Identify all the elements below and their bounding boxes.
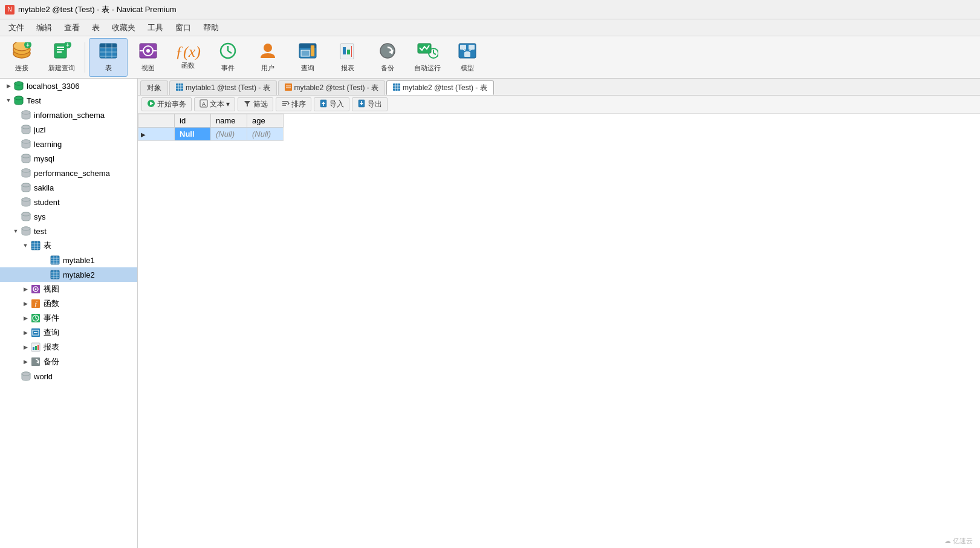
toolbar-btn-table[interactable]: 表 — [89, 38, 128, 77]
db-icon — [21, 124, 31, 135]
table-cell[interactable]: (Null) — [247, 128, 284, 141]
sidebar-label: 备份 — [44, 356, 59, 367]
menu-item-表[interactable]: 表 — [86, 20, 106, 36]
sidebar-item-information_schema[interactable]: information_schema — [0, 108, 137, 122]
sidebar-item-test-server[interactable]: ▼ Test — [0, 93, 137, 108]
sidebar-item-world[interactable]: world — [0, 369, 137, 383]
toolbar-btn-backup[interactable]: 备份 — [368, 38, 407, 77]
server-icon — [13, 95, 24, 106]
db-icon — [21, 168, 31, 178]
col-header-age[interactable]: age — [247, 114, 284, 128]
svg-point-61 — [22, 169, 30, 172]
toolbar-btn-function[interactable]: ƒ(x) 函数 — [169, 38, 207, 77]
arrow-icon — [41, 271, 48, 278]
text-icon: A — [200, 99, 208, 109]
svg-point-59 — [22, 154, 30, 158]
menu-item-帮助[interactable]: 帮助 — [197, 20, 225, 36]
sidebar-item-juzi[interactable]: juzi — [0, 122, 137, 137]
sidebar-item-mytable1[interactable]: mytable1 — [0, 253, 137, 267]
watermark: ☁ 亿速云 — [944, 537, 973, 546]
sidebar-label: 函数 — [44, 298, 59, 309]
svg-point-20 — [146, 49, 150, 53]
content-area: 开始事务A文本 ▾筛选排序导入导出 idnameage ▶Null(Null)(… — [138, 96, 980, 548]
col-header-name[interactable]: name — [211, 114, 247, 128]
menubar: 文件编辑查看表收藏夹工具窗口帮助 — [0, 19, 980, 36]
svg-point-69 — [22, 227, 30, 230]
sidebar-item-test-db[interactable]: ▼ test — [0, 224, 137, 238]
sidebar-item-backup-group[interactable]: ▶备份 — [0, 354, 137, 369]
sub-btn-export[interactable]: 导出 — [352, 97, 388, 111]
db-icon — [21, 153, 31, 164]
menu-item-窗口[interactable]: 窗口 — [169, 20, 197, 36]
db-icon — [21, 226, 31, 236]
sub-btn-sort[interactable]: 排序 — [276, 97, 311, 111]
titlebar: N mytable2 @test (Test) - 表 - Navicat Pr… — [0, 0, 980, 19]
sidebar-item-table-group[interactable]: ▼ 表 — [0, 238, 137, 253]
sidebar-item-sakila[interactable]: sakila — [0, 180, 137, 195]
svg-line-25 — [228, 51, 232, 53]
arrow-icon: ▼ — [22, 242, 29, 249]
sidebar-item-query-group[interactable]: ▶查询 — [0, 325, 137, 340]
arrow-icon: ▶ — [22, 300, 29, 307]
toolbar-btn-view[interactable]: 视图 — [129, 38, 167, 77]
db-icon — [21, 139, 31, 149]
toolbar-btn-event[interactable]: 事件 — [209, 38, 247, 77]
arrow-icon — [12, 126, 19, 133]
sub-btn-begin-transaction[interactable]: 开始事务 — [141, 97, 192, 111]
toolbar-btn-model[interactable]: 模型 — [448, 38, 487, 77]
sub-btn-text[interactable]: A文本 ▾ — [194, 97, 235, 111]
sidebar-item-func-group[interactable]: ▶f函数 — [0, 296, 137, 311]
table-body: ▶Null(Null)(Null) — [138, 128, 284, 141]
sidebar-item-localhost[interactable]: ▶ localhost_3306 — [0, 79, 137, 93]
toolbar-btn-new-query[interactable]: + 新建查询 — [42, 38, 81, 77]
sidebar-item-student[interactable]: student — [0, 195, 137, 209]
svg-rect-116 — [393, 83, 400, 91]
svg-rect-8 — [57, 51, 62, 53]
menu-item-收藏夹[interactable]: 收藏夹 — [106, 20, 141, 36]
data-area[interactable]: idnameage ▶Null(Null)(Null) — [138, 114, 980, 548]
tab-tab-mytable1[interactable]: mytable1 @test (Test) - 表 — [169, 80, 277, 95]
svg-rect-33 — [343, 47, 346, 54]
svg-rect-44 — [469, 45, 475, 50]
table-cell[interactable]: Null — [175, 128, 211, 141]
toolbar-btn-auto-run[interactable]: 自动运行 — [408, 38, 447, 77]
sidebar-label: localhost_3306 — [27, 82, 79, 91]
table-row[interactable]: ▶Null(Null)(Null) — [138, 128, 284, 141]
toolbar-btn-report[interactable]: 报表 — [328, 38, 367, 77]
toolbar-btn-connect[interactable]: + 连接 — [2, 38, 41, 77]
menu-item-文件[interactable]: 文件 — [2, 20, 30, 36]
tab-icon — [285, 83, 292, 93]
svg-point-65 — [22, 198, 30, 201]
menu-item-查看[interactable]: 查看 — [58, 20, 86, 36]
sub-btn-import[interactable]: 导入 — [314, 97, 349, 111]
svg-line-41 — [433, 53, 436, 54]
menu-item-编辑[interactable]: 编辑 — [30, 20, 58, 36]
sidebar-item-performance_schema[interactable]: performance_schema — [0, 166, 137, 180]
tab-tab-mytable2-table[interactable]: mytable2 @test (Test) - 表 — [386, 80, 494, 95]
db-icon — [21, 109, 31, 120]
text-label: 文本 ▾ — [210, 99, 230, 109]
col-header-id[interactable]: id — [175, 114, 211, 128]
svg-point-53 — [22, 111, 30, 114]
menu-item-工具[interactable]: 工具 — [141, 20, 169, 36]
sidebar-item-event-group[interactable]: ▶事件 — [0, 311, 137, 325]
sidebar-item-mytable2[interactable]: mytable2 — [0, 267, 137, 282]
sidebar-label: learning — [34, 140, 62, 149]
toolbar-btn-query[interactable]: 查询 — [288, 38, 327, 77]
sidebar-item-mysql[interactable]: mysql — [0, 151, 137, 166]
svg-marker-125 — [244, 101, 250, 106]
tab-tab-obj[interactable]: 对象 — [140, 80, 168, 95]
tab-label: mytable2 @test (Test) - 表 — [294, 83, 379, 93]
sub-btn-filter[interactable]: 筛选 — [238, 97, 273, 111]
svg-point-49 — [15, 82, 23, 85]
sidebar-item-view-group[interactable]: ▶视图 — [0, 282, 137, 296]
arrow-icon: ▼ — [12, 227, 19, 235]
svg-rect-34 — [347, 50, 350, 54]
sidebar-item-learning[interactable]: learning — [0, 137, 137, 151]
table-cell[interactable]: (Null) — [211, 128, 247, 141]
sidebar-item-sys[interactable]: sys — [0, 209, 137, 224]
sidebar-item-report-group[interactable]: ▶报表 — [0, 340, 137, 354]
tab-tab-mytable2-query[interactable]: mytable2 @test (Test) - 表 — [278, 80, 386, 95]
svg-text:A: A — [202, 101, 206, 107]
toolbar-btn-user[interactable]: 用户 — [248, 38, 287, 77]
